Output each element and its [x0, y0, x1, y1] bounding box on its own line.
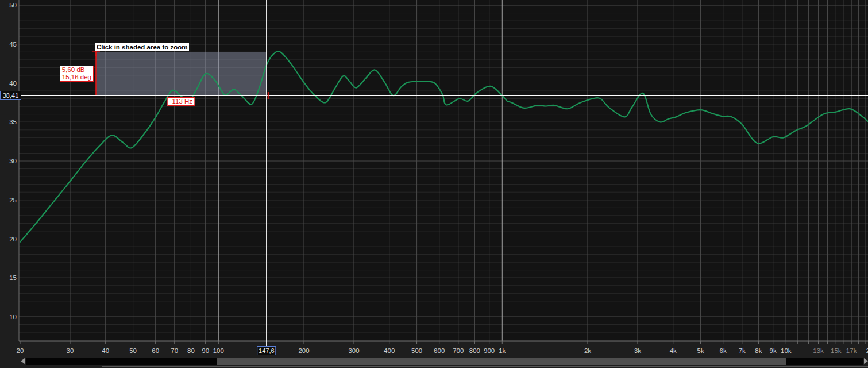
zoom-selection-area[interactable] — [96, 52, 267, 95]
x-axis-label: 40 — [102, 347, 109, 355]
x-axis-label: 10k — [781, 347, 792, 355]
y-axis-label: 45 — [0, 41, 17, 48]
x-axis-label: 6k — [720, 347, 727, 355]
x-axis-label: 5k — [697, 347, 704, 355]
x-axis-label: 50 — [129, 347, 137, 355]
x-axis-label: 2k — [584, 347, 591, 355]
x-axis-label: 300 — [348, 347, 359, 355]
x-axis-label: 30 — [67, 347, 74, 355]
x-axis-label: 90 — [202, 347, 209, 355]
x-axis-label: 70 — [171, 347, 178, 355]
window-bottom-edge — [102, 366, 868, 367]
x-axis-label: 500 — [411, 347, 422, 355]
x-axis-label: 4k — [670, 347, 677, 355]
x-axis-label: 9k — [770, 347, 777, 355]
y-axis-label: 35 — [0, 118, 17, 125]
x-axis-label: 1k — [499, 347, 506, 355]
x-axis-label: 60 — [152, 347, 159, 355]
x-axis-label: 20 — [17, 347, 24, 355]
x-axis-label: 100 — [213, 347, 224, 355]
y-axis-label: 30 — [0, 158, 17, 164]
scroll-right-arrow-icon[interactable] — [864, 358, 868, 364]
scroll-left-arrow-icon[interactable] — [21, 358, 25, 364]
y-axis-label: 20 — [0, 236, 17, 243]
x-axis-label: 7k — [739, 347, 746, 355]
cursor-level-readout: 38,41 — [0, 91, 21, 100]
y-axis-label: 40 — [0, 80, 17, 87]
selection-delta-hz-label: -113 Hz — [168, 97, 195, 106]
y-axis-label: 10 — [0, 313, 17, 320]
y-axis-label: 50 — [0, 2, 17, 9]
x-axis-label: 400 — [384, 347, 395, 355]
x-axis-label: 200 — [298, 347, 309, 355]
selection-delta-db: 5,60 dB — [62, 66, 91, 74]
scrollbar-thumb[interactable] — [217, 358, 786, 365]
cursor-frequency-readout: 147,6 — [257, 346, 276, 355]
x-axis-label: 800 — [469, 347, 480, 355]
y-axis-label: 25 — [0, 197, 17, 204]
x-axis-label: 17k — [846, 347, 857, 355]
x-axis-label: 600 — [434, 347, 445, 355]
x-axis-label: 900 — [484, 347, 495, 355]
x-axis-label: 80 — [187, 347, 195, 355]
y-axis-label: 15 — [0, 274, 17, 281]
chart-canvas — [0, 0, 868, 357]
zoom-hint-tooltip: Click in shaded area to zoom — [95, 43, 189, 51]
x-axis-label: 15k — [831, 347, 842, 355]
selection-delta-deg: 15,16 deg — [62, 74, 91, 81]
x-axis-label: 700 — [453, 347, 464, 355]
frequency-response-chart-window: 504540353025201510 203040506070809010020… — [0, 0, 868, 368]
x-axis-label: 3k — [634, 347, 641, 355]
scrollbar-track[interactable] — [26, 358, 863, 365]
x-axis-label: 13k — [813, 347, 824, 355]
selection-delta-label: 5,60 dB 15,16 deg — [60, 66, 94, 82]
x-axis-label: 8k — [755, 347, 762, 355]
